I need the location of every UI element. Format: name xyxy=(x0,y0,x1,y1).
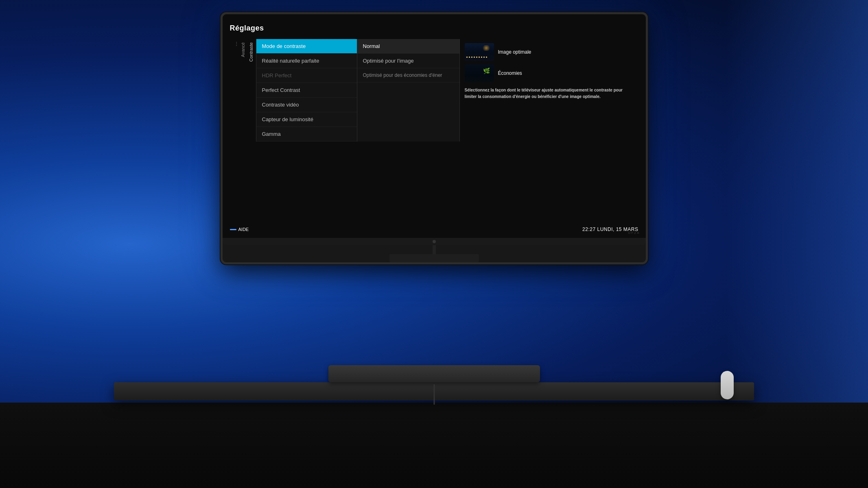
tv-bezel-bottom xyxy=(223,238,646,245)
preview-label-optimale: Image optimale xyxy=(498,49,531,55)
tv-logo-dot xyxy=(433,240,436,243)
soundbar xyxy=(328,365,540,382)
submenu-item-economies[interactable]: Optimisé pour des économies d'éner xyxy=(357,68,459,83)
menu-item-contraste-video[interactable]: Contraste vidéo xyxy=(256,98,357,112)
help-button[interactable]: AIDE xyxy=(230,227,249,232)
content-body: ... Avancé Contraste Mode de contraste R… xyxy=(230,39,638,142)
preview-economies: 🌿 Économies xyxy=(465,64,634,82)
datetime-display: 22:27 LUNDI, 15 MARS xyxy=(582,227,638,232)
breadcrumb-contraste: Contraste xyxy=(248,41,254,63)
screen-bottom-bar: AIDE 22:27 LUNDI, 15 MARS xyxy=(230,227,638,232)
breadcrumb-avance: Avancé xyxy=(240,41,246,58)
page-title: Réglages xyxy=(230,24,638,33)
submenu-item-normal[interactable]: Normal xyxy=(357,39,459,54)
menu-item-mode-contraste[interactable]: Mode de contraste xyxy=(256,39,357,54)
stand-pole xyxy=(433,245,436,254)
info-panel: Image optimale 🌿 Économies xyxy=(460,39,638,142)
tv-frame: Réglages ... Avancé Contraste Mode de co… xyxy=(221,12,648,264)
help-button-label: AIDE xyxy=(238,227,249,232)
description-block: Sélectionnez la façon dont le téléviseur… xyxy=(465,87,634,100)
mid-menu-panel: Normal Optimisé pour l'image Optimisé po… xyxy=(357,39,460,142)
eco-leaf-icon: 🌿 xyxy=(483,68,490,74)
tv-screen: Réglages ... Avancé Contraste Mode de co… xyxy=(223,14,646,238)
help-button-dash xyxy=(230,229,236,230)
thumb-eco: 🌿 xyxy=(465,64,494,82)
scene: Réglages ... Avancé Contraste Mode de co… xyxy=(0,0,868,488)
menu-item-hdr: HDR Perfect xyxy=(256,68,357,83)
thumb-city xyxy=(465,43,494,61)
menu-item-realite[interactable]: Réalité naturelle parfaite xyxy=(256,54,357,68)
submenu-item-image[interactable]: Optimisé pour l'image xyxy=(357,54,459,68)
menu-item-capteur[interactable]: Capteur de luminosité xyxy=(256,112,357,127)
floor-area xyxy=(0,403,868,488)
smart-speaker xyxy=(721,371,734,399)
stand-base xyxy=(389,254,479,262)
tv-cable xyxy=(433,384,435,405)
breadcrumb-sidebar: ... Avancé Contraste xyxy=(230,39,256,142)
left-menu-panel: Mode de contraste Réalité naturelle parf… xyxy=(256,39,357,142)
menu-item-gamma[interactable]: Gamma xyxy=(256,127,357,142)
tv-stand xyxy=(223,245,646,262)
description-text: Sélectionnez la façon dont le téléviseur… xyxy=(465,87,634,100)
breadcrumb-dots: ... xyxy=(232,41,238,46)
preview-image-optimale: Image optimale xyxy=(465,43,634,61)
panels-container: Mode de contraste Réalité naturelle parf… xyxy=(256,39,638,142)
preview-label-economies: Économies xyxy=(498,70,522,76)
menu-item-perfect-contrast[interactable]: Perfect Contrast xyxy=(256,83,357,98)
